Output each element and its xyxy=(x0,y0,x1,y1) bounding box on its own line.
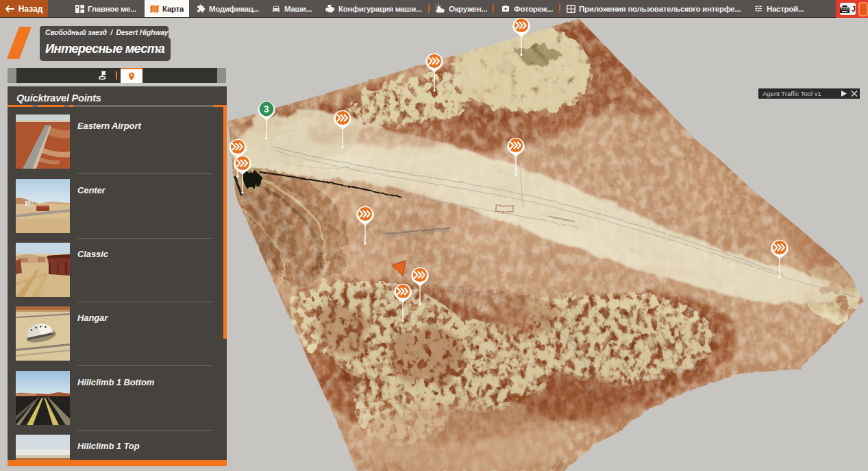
svg-text:3: 3 xyxy=(264,104,269,114)
